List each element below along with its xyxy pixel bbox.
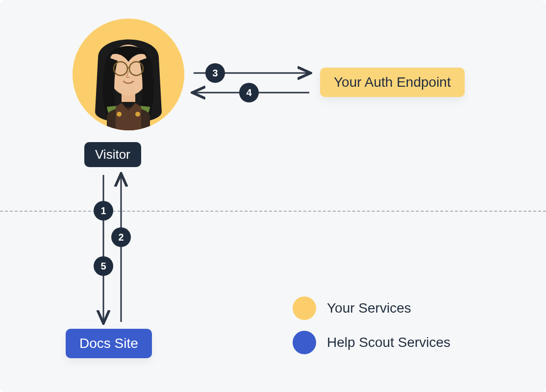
auth-endpoint-node: Your Auth Endpoint — [320, 68, 465, 97]
step-badge-3: 3 — [205, 63, 225, 83]
legend-label-help-scout: Help Scout Services — [327, 335, 450, 350]
region-divider — [0, 211, 546, 212]
person-icon — [73, 19, 184, 130]
legend-dot-yellow — [293, 296, 316, 320]
visitor-label: Visitor — [84, 142, 141, 167]
visitor-avatar — [73, 19, 184, 130]
legend: Your Services Help Scout Services — [293, 296, 450, 365]
step-badge-5: 5 — [94, 256, 113, 276]
step-badge-4: 4 — [239, 83, 259, 102]
step-badge-2: 2 — [111, 227, 131, 247]
legend-label-your-services: Your Services — [327, 300, 411, 316]
svg-point-11 — [135, 112, 140, 117]
legend-dot-blue — [293, 331, 316, 354]
legend-row-help-scout: Help Scout Services — [293, 331, 450, 354]
step-badge-1: 1 — [94, 201, 113, 220]
diagram-canvas: Visitor Your Auth Endpoint Docs Site 3 4… — [0, 0, 546, 392]
legend-row-your-services: Your Services — [293, 296, 450, 320]
svg-point-10 — [117, 112, 122, 117]
docs-site-node: Docs Site — [66, 329, 152, 358]
